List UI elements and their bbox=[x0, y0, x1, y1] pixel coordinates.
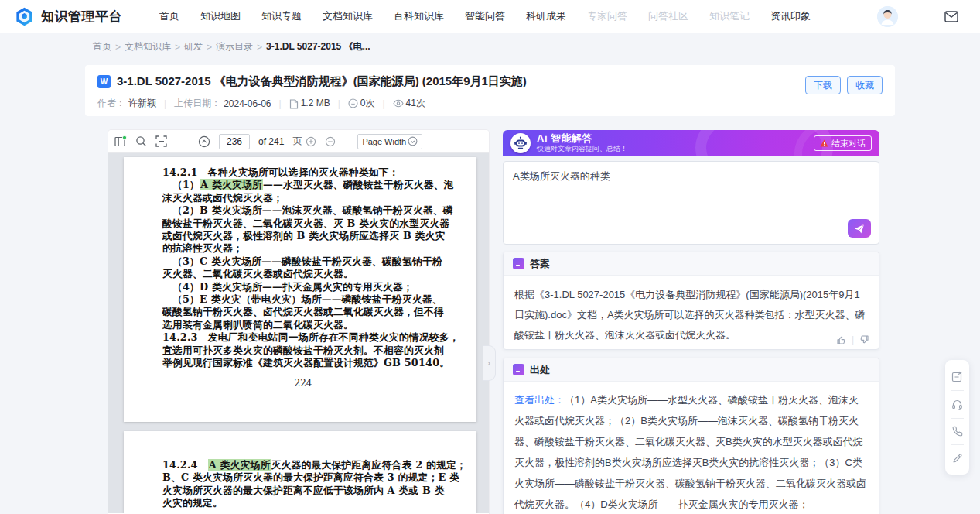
view-count: 41次 bbox=[393, 97, 425, 110]
pdf-toolbar: of 241 页 Page Width bbox=[108, 130, 489, 153]
ai-robot-icon bbox=[510, 133, 531, 153]
pencil-icon[interactable] bbox=[952, 453, 963, 464]
doc-text-line: 选用装有金属喇叭喷筒的二氧化碳灭火器。 bbox=[162, 319, 444, 331]
nav-item: 专家问答 bbox=[587, 9, 627, 23]
end-chat-button[interactable]: 结束对话 bbox=[814, 135, 872, 151]
pdf-viewer: of 241 页 Page Width 14.2.1 各种火灾场所可以选择的灭火… bbox=[108, 130, 489, 514]
file-size: 1.2 MB bbox=[289, 98, 330, 108]
doc-text-line: 的抗溶性灭火器； bbox=[162, 242, 444, 255]
ai-panel-title: Ai 智能解答 bbox=[537, 133, 627, 144]
document-header-card: W 3-1.DL 5027-2015 《电力设备典型消防规程》(国家能源局) (… bbox=[85, 65, 895, 116]
warning-triangle-icon bbox=[820, 139, 828, 147]
viewer-expand-handle[interactable]: › bbox=[483, 345, 496, 381]
document-meta: 作者： 许新颖 | 上传日期： 2024-06-06 | 1.2 MB | 0次… bbox=[97, 97, 883, 110]
meta-separator: | bbox=[279, 98, 282, 109]
nav-right bbox=[877, 6, 966, 27]
source-card: 出处 查看出处：（1）A类火灾场所——水型灭火器、磷酸铵盐干粉灭火器、泡沫灭火器… bbox=[503, 358, 879, 514]
breadcrumb-separator: > bbox=[115, 42, 121, 53]
upload-label: 上传日期： bbox=[174, 97, 220, 110]
favorite-button[interactable]: 收藏 bbox=[847, 76, 883, 94]
thumbs-up-icon[interactable] bbox=[836, 334, 847, 345]
meta-separator: | bbox=[382, 98, 384, 109]
zoom-out-icon[interactable] bbox=[325, 136, 336, 147]
breadcrumb-separator: > bbox=[207, 42, 212, 53]
brand-logo-icon bbox=[14, 6, 35, 27]
previous-page-icon[interactable] bbox=[198, 135, 210, 148]
toolbar-divider bbox=[951, 390, 964, 391]
breadcrumb-separator: > bbox=[257, 42, 262, 53]
nav-item[interactable]: 文档知识库 bbox=[323, 9, 373, 23]
breadcrumb-item[interactable]: 研发 bbox=[184, 40, 203, 53]
doc-text-line: （3）C 类火灾场所——磷酸铵盐干粉灭火器、碳酸氢钠干粉 bbox=[162, 255, 444, 268]
doc-text-line: （5）E 类火灾（带电火灾）场所——磷酸铵盐干粉灭火器、 bbox=[162, 293, 444, 306]
search-highlight: A 类火灾场所 bbox=[200, 179, 263, 190]
nav-item[interactable]: 资讯印象 bbox=[770, 9, 811, 23]
breadcrumb-separator: > bbox=[175, 42, 180, 53]
upload-date: 2024-06-06 bbox=[224, 98, 271, 109]
user-avatar[interactable] bbox=[877, 6, 898, 27]
brand[interactable]: 知识管理平台 bbox=[14, 6, 122, 27]
answer-card: 答案 根据《3-1.DL 5027-2015《电力设备典型消防规程》(国家能源局… bbox=[503, 252, 879, 350]
source-paragraph: 查看出处：（1）A类火灾场所——水型灭火器、磷酸铵盐干粉灭火器、泡沫灭火器或卤代… bbox=[514, 389, 868, 514]
header-actions: 下载 收藏 bbox=[805, 76, 883, 94]
doc-text-line: B、C 类火灾场所灭火器的最大保护距离应符合表 3 的规定；E 类 bbox=[162, 471, 444, 484]
pdf-canvas-area[interactable]: 14.2.1 各种火灾场所可以选择的灭火器种类如下： （1）A 类火灾场所——水… bbox=[108, 153, 489, 513]
mail-icon[interactable] bbox=[944, 11, 958, 22]
send-button[interactable] bbox=[848, 219, 871, 238]
breadcrumb-item[interactable]: 演示目录 bbox=[216, 40, 253, 53]
send-plane-icon bbox=[854, 224, 865, 234]
nav-item[interactable]: 知识地图 bbox=[200, 9, 241, 23]
chevron-right-icon: › bbox=[487, 358, 490, 368]
breadcrumb-item[interactable]: 首页 bbox=[93, 40, 111, 53]
meta-separator: | bbox=[164, 98, 166, 109]
nav-item[interactable]: 智能问答 bbox=[465, 9, 505, 23]
breadcrumb-item: 3-1.DL 5027-2015 《电... bbox=[266, 40, 370, 53]
nav-item[interactable]: 首页 bbox=[159, 9, 179, 23]
floating-side-toolbar bbox=[945, 360, 969, 475]
view-source-link[interactable]: 查看出处： bbox=[514, 394, 565, 406]
nav-item: 知识笔记 bbox=[709, 9, 750, 23]
word-doc-icon: W bbox=[97, 75, 111, 88]
fit-screen-icon[interactable] bbox=[155, 135, 167, 147]
doc-text-line: （2）B 类火灾场所——泡沫灭火器、碳酸氢钠干粉灭火器、磷 bbox=[162, 204, 444, 217]
thumbs-down-icon[interactable] bbox=[859, 334, 869, 345]
phone-icon[interactable] bbox=[952, 426, 963, 437]
toolbar-divider bbox=[951, 444, 964, 445]
source-doc-icon bbox=[513, 364, 524, 375]
download-count: 0次 bbox=[348, 97, 375, 110]
thumbnails-sidebar-icon[interactable] bbox=[114, 135, 127, 147]
doc-text-line: 碳酸氢钠干粉灭火器、卤代烷灭火器或二氧化碳灭火器，但不得 bbox=[162, 306, 444, 318]
source-body: 查看出处：（1）A类火灾场所——水型灭火器、磷酸铵盐干粉灭火器、泡沫灭火器或卤代… bbox=[504, 382, 879, 514]
search-highlight: A 类火灾场所 bbox=[208, 459, 271, 471]
doc-text-line: 沫灭火器或卤代烷灭火器； bbox=[162, 192, 444, 204]
zoom-in-icon[interactable] bbox=[306, 136, 316, 147]
page-number-input[interactable] bbox=[219, 134, 250, 149]
ai-panel-header: Ai 智能解答 快速对文章内容提问、总结！ 结束对话 bbox=[503, 130, 879, 156]
doc-text-line: 14.2.3 发电厂和变电站同一场所存在不同种类火灾的情况较多， bbox=[162, 331, 444, 344]
doc-text-line: 火灾场所灭火器的最大保护距离不应低于该场所内 A 类或 B 类 bbox=[162, 485, 444, 497]
nav-item[interactable]: 科研成果 bbox=[526, 9, 566, 23]
feedback-note-icon[interactable] bbox=[951, 371, 963, 382]
ai-qa-panel: Ai 智能解答 快速对文章内容提问、总结！ 结束对话 A类场所灭火器的种类 答 bbox=[503, 130, 879, 514]
doc-text-line: 14.2.4 A 类火灾场所灭火器的最大保护距离应符合表 2 的规定； bbox=[162, 459, 444, 471]
nav-item[interactable]: 百科知识库 bbox=[394, 9, 444, 23]
answer-header: 答案 bbox=[530, 257, 550, 271]
source-text: （1）A类火灾场所——水型灭火器、磷酸铵盐干粉灭火器、泡沫灭火器或卤代烷灭火器；… bbox=[514, 394, 866, 510]
nav-item[interactable]: 知识专题 bbox=[261, 9, 302, 23]
breadcrumb-item[interactable]: 文档知识库 bbox=[125, 40, 171, 53]
printed-page-number: 224 bbox=[162, 378, 444, 389]
avatar-person-icon bbox=[877, 6, 898, 27]
nav-menu: 首页知识地图知识专题文档知识库百科知识库智能问答科研成果专家问答问答社区知识笔记… bbox=[159, 9, 811, 23]
doc-text-line: 灭火器、二氧化碳灭火器或卤代烷灭火器。 bbox=[162, 268, 444, 280]
file-icon bbox=[289, 99, 299, 109]
rotate-icon bbox=[408, 136, 418, 146]
brand-title: 知识管理平台 bbox=[41, 8, 122, 26]
question-input-card[interactable]: A类场所灭火器的种类 bbox=[503, 161, 879, 245]
zoom-scale-select[interactable]: Page Width bbox=[357, 134, 422, 149]
headset-icon[interactable] bbox=[951, 399, 963, 410]
meta-separator: | bbox=[338, 98, 340, 109]
top-navbar: 知识管理平台 首页知识地图知识专题文档知识库百科知识库智能问答科研成果专家问答问… bbox=[0, 0, 980, 33]
download-button[interactable]: 下载 bbox=[805, 76, 841, 94]
search-icon[interactable] bbox=[135, 135, 147, 147]
question-text[interactable]: A类场所灭火器的种类 bbox=[513, 170, 869, 183]
